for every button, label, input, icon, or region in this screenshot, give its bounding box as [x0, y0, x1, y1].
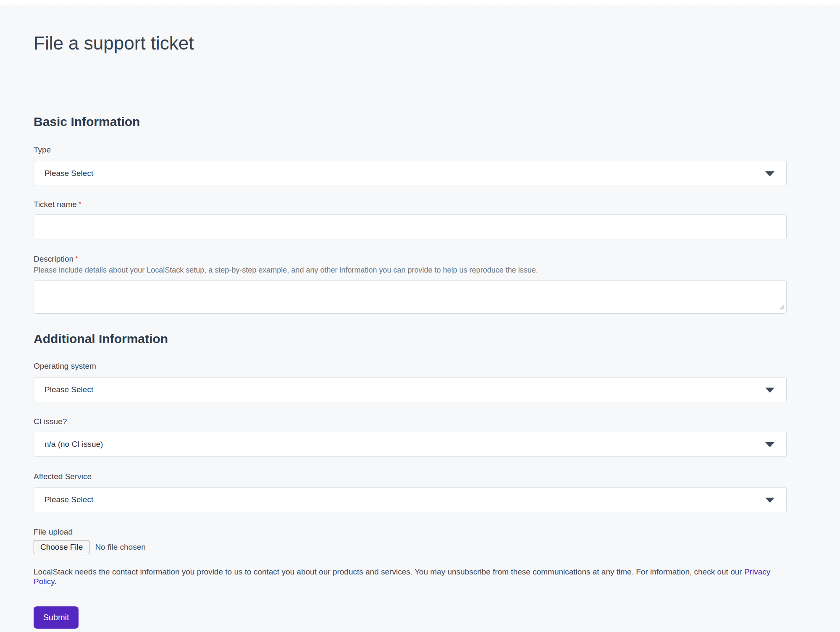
type-select[interactable]: Please Select [34, 161, 787, 186]
description-textarea[interactable] [34, 280, 787, 314]
ci-issue-select[interactable]: n/a (no CI issue) [34, 432, 787, 457]
operating-system-select[interactable]: Please Select [34, 377, 787, 402]
support-ticket-page: File a support ticket Basic Information … [34, 0, 787, 632]
operating-system-select-value: Please Select [45, 385, 93, 394]
affected-service-select-value: Please Select [45, 495, 93, 504]
file-upload-status: No file chosen [95, 543, 145, 552]
privacy-notice-suffix: . [54, 577, 56, 586]
affected-service-select[interactable]: Please Select [34, 487, 787, 512]
description-label: Description* [34, 254, 787, 264]
privacy-notice-text: LocalStack needs the contact information… [34, 567, 744, 576]
choose-file-button[interactable]: Choose File [34, 540, 89, 554]
chevron-down-icon [765, 171, 774, 176]
ticket-name-label: Ticket name* [34, 199, 787, 209]
affected-service-label: Affected Service [34, 472, 787, 481]
type-label: Type [34, 145, 787, 155]
ticket-name-label-text: Ticket name [34, 200, 77, 209]
chevron-down-icon [765, 388, 774, 393]
ticket-name-input[interactable] [34, 214, 787, 239]
resize-handle-icon[interactable] [778, 304, 785, 310]
ci-issue-label: CI issue? [34, 417, 787, 426]
ci-issue-select-value: n/a (no CI issue) [45, 440, 103, 449]
privacy-notice: LocalStack needs the contact information… [34, 567, 787, 586]
chevron-down-icon [765, 442, 774, 447]
type-select-value: Please Select [45, 169, 93, 178]
page-title: File a support ticket [34, 0, 787, 54]
submit-button[interactable]: Submit [34, 606, 79, 629]
operating-system-label: Operating system [34, 361, 787, 371]
file-upload-row: Choose File No file chosen [34, 540, 787, 554]
description-helper-text: Please include details about your LocalS… [34, 265, 787, 275]
file-upload-label: File upload [34, 527, 787, 537]
required-asterisk: * [79, 200, 81, 208]
required-asterisk: * [75, 255, 78, 263]
section-heading-additional-information: Additional Information [34, 332, 787, 346]
description-textarea-wrap [34, 280, 787, 314]
section-heading-basic-information: Basic Information [34, 115, 787, 129]
description-label-text: Description [34, 254, 74, 263]
chevron-down-icon [765, 498, 774, 503]
